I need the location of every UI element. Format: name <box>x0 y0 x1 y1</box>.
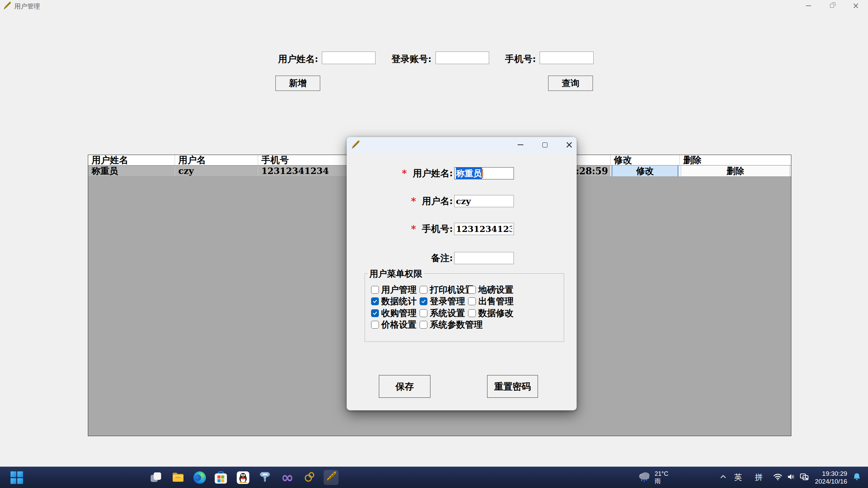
query-button[interactable]: 查询 <box>548 76 593 91</box>
close-button[interactable]: × <box>845 0 867 12</box>
checkbox-label: 出售管理 <box>478 295 514 307</box>
app-titlebar[interactable]: 用户管理 × <box>0 0 868 12</box>
taskbar-item-wheat-app[interactable] <box>324 470 339 485</box>
sync-heart-icon <box>799 472 809 483</box>
checkbox[interactable] <box>420 309 427 317</box>
checkbox[interactable] <box>371 297 379 305</box>
checkbox-label: 系统设置 <box>430 307 465 319</box>
text-caret <box>482 169 483 178</box>
clock-time: 19:30:29 <box>815 470 847 477</box>
checkbox-label: 数据统计 <box>381 295 417 307</box>
permission-item-sale[interactable]: 出售管理 <box>468 295 514 307</box>
restore-icon <box>830 4 834 8</box>
name-label: 用户姓名: <box>258 53 318 65</box>
clock-date: 2024/10/16 <box>815 477 847 485</box>
condition: 雨 <box>655 477 668 485</box>
network-button[interactable] <box>771 467 785 488</box>
permission-item-statistics[interactable]: 数据统计 <box>371 295 417 307</box>
reset-password-button[interactable]: 重置密码 <box>487 375 538 398</box>
checkbox[interactable] <box>420 297 427 305</box>
permission-item-printer[interactable]: 打印机设置 <box>420 284 474 296</box>
field-label-phone: 手机号: <box>398 223 453 235</box>
checkbox-label: 价格设置 <box>381 319 417 331</box>
wifi-icon <box>773 472 783 483</box>
edge-icon <box>193 471 206 484</box>
clock: 19:30:29 2024/10/16 <box>815 470 847 485</box>
permission-item-login[interactable]: 登录管理 <box>420 295 465 307</box>
checkbox-label: 登录管理 <box>430 295 465 307</box>
field-input-name[interactable]: 称重员 <box>454 167 514 179</box>
taskbar-item-visual-studio[interactable]: ∞ <box>280 470 295 485</box>
checkbox[interactable] <box>468 286 476 294</box>
notification-button[interactable] <box>850 467 864 488</box>
task-view-icon <box>151 472 161 483</box>
tray-overflow-button[interactable] <box>716 467 730 488</box>
permission-item-price[interactable]: 价格设置 <box>371 319 417 331</box>
phone-input[interactable] <box>540 52 594 64</box>
clock-widget[interactable]: 19:30:29 2024/10/16 <box>814 467 848 488</box>
checkbox-label: 打印机设置 <box>430 284 474 296</box>
minimize-icon <box>806 5 811 6</box>
weather-widget[interactable]: 21°C 雨 <box>638 467 668 488</box>
field-input-remark[interactable] <box>454 252 514 264</box>
account-input[interactable] <box>436 52 489 64</box>
row-delete-button[interactable]: 删除 <box>681 165 790 177</box>
permission-item-scale[interactable]: 地磅设置 <box>468 284 514 296</box>
taskbar-item-qq[interactable] <box>235 470 250 485</box>
weather-rain-icon <box>638 470 651 485</box>
dialog-close-button[interactable]: × <box>560 137 579 153</box>
save-button[interactable]: 保存 <box>379 375 430 398</box>
permission-item-user-mgmt[interactable]: 用户管理 <box>371 284 417 296</box>
permission-item-data-edit[interactable]: 数据修改 <box>468 307 514 319</box>
checkbox[interactable] <box>371 309 379 317</box>
navicat-icon <box>303 471 315 484</box>
taskbar-item-serial-tool[interactable] <box>257 470 272 485</box>
row-modify-button[interactable]: 修改 <box>612 165 679 177</box>
start-button[interactable] <box>9 470 24 485</box>
checkbox-label: 数据修改 <box>478 307 514 319</box>
dialog-maximize-button[interactable] <box>535 137 554 153</box>
checkbox[interactable] <box>420 286 427 294</box>
name-input[interactable] <box>322 52 375 64</box>
cell-modify: 修改 <box>611 165 680 177</box>
screen: 用户管理 × 用户姓名: 登录账号: 手机号: 新增 查询 用户姓名 用户名 手… <box>0 0 868 488</box>
permission-item-purchase[interactable]: 收购管理 <box>371 307 417 319</box>
bell-icon <box>852 472 862 483</box>
taskbar-item-navicat[interactable] <box>302 470 317 485</box>
taskbar-item-file-explorer[interactable] <box>171 470 186 485</box>
cell-delete: 删除 <box>680 165 791 177</box>
checkbox[interactable] <box>420 321 427 329</box>
cell-phone: 12312341234 <box>258 165 353 177</box>
field-input-phone[interactable] <box>454 223 514 235</box>
permission-item-sys-params[interactable]: 系统参数管理 <box>420 319 483 331</box>
checkbox-label: 系统参数管理 <box>430 319 483 331</box>
permissions-fieldset: 用户菜单权限 用户管理 打印机设置 地磅设置 数据统计 登录管理 <box>365 273 564 342</box>
checkbox-label: 地磅设置 <box>478 284 514 296</box>
sync-devices-button[interactable] <box>796 467 812 488</box>
ime-pinyin-label: 拼 <box>755 472 763 483</box>
windows-logo-icon <box>11 471 23 484</box>
wheat-icon <box>351 140 360 151</box>
ime-language-button[interactable]: 英 <box>731 467 745 488</box>
col-header-phone: 手机号 <box>258 155 353 165</box>
minimize-button[interactable] <box>797 0 819 12</box>
taskbar-item-edge[interactable] <box>192 470 207 485</box>
permission-item-system[interactable]: 系统设置 <box>420 307 465 319</box>
field-input-username[interactable] <box>454 195 514 207</box>
permissions-legend: 用户菜单权限 <box>368 268 424 280</box>
store-icon <box>215 471 227 484</box>
ime-mode-button[interactable]: 拼 <box>752 467 766 488</box>
dialog-titlebar[interactable]: × <box>347 137 577 153</box>
add-button[interactable]: 新增 <box>275 76 320 91</box>
cell-username: czy <box>175 165 258 177</box>
checkbox[interactable] <box>371 286 379 294</box>
task-view-button[interactable] <box>149 470 163 485</box>
dialog-minimize-button[interactable] <box>511 137 530 153</box>
checkbox[interactable] <box>468 297 476 305</box>
checkbox[interactable] <box>371 321 379 329</box>
restore-button[interactable] <box>821 0 843 12</box>
close-icon: × <box>852 2 859 10</box>
checkbox[interactable] <box>468 309 476 317</box>
taskbar-item-store[interactable] <box>213 470 228 485</box>
cell-name: 称重员 <box>88 165 175 177</box>
